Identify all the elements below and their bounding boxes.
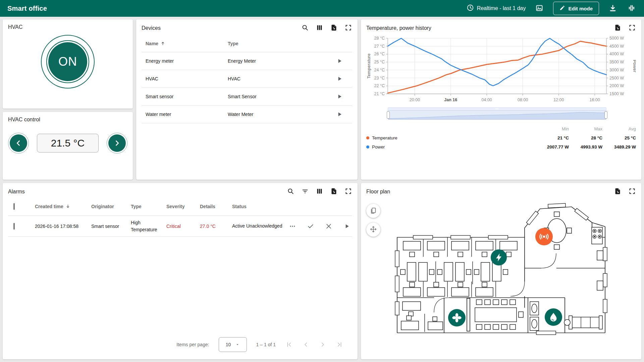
arrow-down-icon <box>65 204 70 209</box>
device-type: HVAC <box>228 76 336 81</box>
filter-button[interactable] <box>301 188 309 196</box>
alarm-check-button[interactable] <box>307 222 315 230</box>
search-button[interactable] <box>286 188 294 196</box>
alarm-more-button[interactable] <box>288 222 297 230</box>
legend-value: 3489.29 W <box>602 144 636 149</box>
slider-handle-right[interactable] <box>604 111 607 119</box>
floor-plan-title: Floor plan <box>366 189 390 195</box>
check-icon <box>307 223 314 230</box>
legend-row[interactable]: Temperature21 °C28 °C25 °C <box>366 133 636 142</box>
page-first-button[interactable] <box>285 341 293 349</box>
slider-handle-left[interactable] <box>387 111 390 119</box>
device-row[interactable]: Water meterWater Meter <box>142 106 352 123</box>
chevron-right-icon <box>108 134 126 152</box>
fullscreen-icon <box>345 24 352 32</box>
select-all-checkbox[interactable] <box>13 203 15 210</box>
water-meter-marker[interactable] <box>545 308 562 326</box>
page-last-button[interactable] <box>335 341 343 349</box>
fullscreen-button[interactable] <box>344 188 352 196</box>
alarms-card-title: Alarms <box>8 189 25 195</box>
device-play-button[interactable] <box>336 111 343 118</box>
alarm-close-button[interactable] <box>325 222 333 230</box>
legend-header: Max <box>569 126 602 131</box>
alarms-sort-created-time[interactable]: Created time <box>35 204 91 209</box>
legend-header: Avg <box>602 126 636 131</box>
svg-text:4000 W: 4000 W <box>609 52 624 56</box>
svg-text:Jan 16: Jan 16 <box>444 98 457 102</box>
play-icon <box>343 223 350 230</box>
export-button[interactable] <box>330 188 338 196</box>
screenshot-button[interactable] <box>534 3 544 13</box>
device-row[interactable]: HVACHVAC <box>142 70 352 88</box>
search-icon <box>302 24 309 32</box>
svg-text:12:00: 12:00 <box>553 98 564 102</box>
devices-sort-name[interactable]: Name <box>146 41 228 46</box>
devices-col-type[interactable]: Type <box>228 41 336 46</box>
alarms-col-details[interactable]: Details <box>200 204 232 209</box>
collapse-icon-button[interactable] <box>627 3 637 13</box>
hvac-power-button[interactable]: ON <box>41 35 95 88</box>
decrease-temperature-button[interactable] <box>8 133 29 154</box>
play-icon <box>336 93 343 100</box>
alarms-col-type[interactable]: Type <box>131 204 166 209</box>
play-icon <box>336 75 343 82</box>
export-button[interactable] <box>330 24 338 32</box>
legend-series-name: Temperature <box>372 135 397 140</box>
device-play-button[interactable] <box>336 75 343 82</box>
export-button[interactable] <box>613 24 622 32</box>
export-icon <box>330 188 337 196</box>
play-icon <box>336 58 343 64</box>
fullscreen-button[interactable] <box>628 188 636 196</box>
items-per-page-select[interactable]: 10 <box>219 337 247 352</box>
floor-plan-drawing[interactable] <box>384 197 619 338</box>
legend-series-name: Power <box>372 144 385 149</box>
device-row[interactable]: Smart sensorSmart Sensor <box>142 88 352 106</box>
time-range-slider[interactable] <box>388 107 606 120</box>
fullscreen-button[interactable] <box>628 24 636 32</box>
svg-text:3000 W: 3000 W <box>609 68 624 72</box>
columns-button[interactable] <box>315 188 323 196</box>
export-icon <box>614 188 621 196</box>
export-icon <box>330 24 337 32</box>
pan-button[interactable] <box>366 223 380 237</box>
search-button[interactable] <box>301 24 309 32</box>
caret-down-icon <box>235 343 239 347</box>
items-per-page-label: Items per page: <box>176 342 209 347</box>
device-play-button[interactable] <box>336 93 343 100</box>
arrow-up-icon <box>160 41 165 46</box>
page-next-button[interactable] <box>319 341 327 349</box>
svg-text:4500 W: 4500 W <box>609 44 624 49</box>
alarm-play-button[interactable] <box>343 222 351 230</box>
svg-text:2500 W: 2500 W <box>609 76 624 80</box>
alarm-row[interactable]: 2026-01-16 17:08:58Smart sensorHigh Temp… <box>8 216 352 237</box>
chart-legend: MinMaxAvgTemperature21 °C28 °C25 °CPower… <box>366 124 636 152</box>
device-play-button[interactable] <box>336 58 343 64</box>
slider-grip[interactable] <box>495 108 499 110</box>
temperature-power-chart: 21 °C22 °C23 °C24 °C25 °C26 °C27 °C28 °C… <box>366 34 636 105</box>
increase-temperature-button[interactable] <box>107 133 127 154</box>
legend-row[interactable]: Power2007.77 W4993.93 W3489.29 W <box>366 142 636 152</box>
page-prev-button[interactable] <box>302 341 310 349</box>
map-layers-button[interactable] <box>366 204 380 218</box>
alarm-row-checkbox[interactable] <box>13 223 15 230</box>
dashboard-title: Smart office <box>7 5 47 12</box>
legend-value: 25 °C <box>602 135 636 140</box>
alarms-col-originator[interactable]: Originator <box>91 204 131 209</box>
pager-nav <box>285 341 343 349</box>
alarms-col-severity[interactable]: Severity <box>166 204 200 209</box>
fullscreen-icon <box>629 188 636 196</box>
download-button[interactable] <box>608 3 618 13</box>
edit-mode-button[interactable]: Edit mode <box>553 2 599 15</box>
smart-sensor-marker[interactable] <box>535 228 553 245</box>
energy-meter-marker[interactable] <box>491 249 507 265</box>
pencil-icon <box>559 5 565 12</box>
timewindow-button[interactable]: Realtime - last 1 day <box>467 4 526 13</box>
legend-value: 28 °C <box>569 135 602 140</box>
alarms-col-status[interactable]: Status <box>232 204 288 209</box>
export-button[interactable] <box>613 188 622 196</box>
columns-button[interactable] <box>315 24 323 32</box>
prev-page-icon <box>303 341 309 348</box>
device-row[interactable]: Energy meterEnergy Meter <box>142 52 352 70</box>
fullscreen-button[interactable] <box>344 24 352 32</box>
hvac-marker[interactable] <box>448 309 466 326</box>
